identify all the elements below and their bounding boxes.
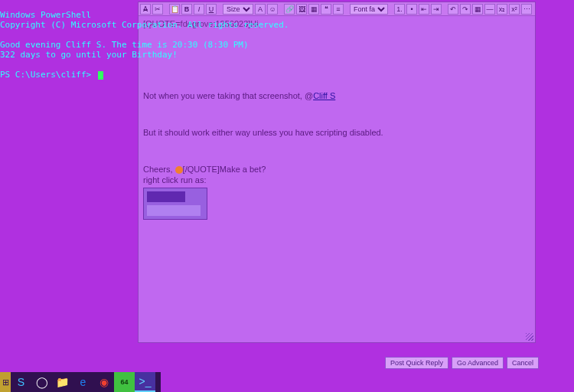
indent-button[interactable]: ⇥ [431, 4, 442, 15]
windows-taskbar: ⊞ S ◯ 📁 e ◉ 64 >_ [0, 372, 161, 392]
quote-tag-open: [QUOTE=fdegrove;1256023]Hi, [143, 19, 530, 28]
cut-button[interactable]: ✂ [152, 4, 163, 15]
editor-toolbar: A̶ ✂ 📋 B I U Size A ☺ 🔗 🖼 ▦ ❝ ≡ Font fa.… [139, 2, 535, 16]
editor-line: Cheers, [/QUOTE]Make a bet? [143, 165, 530, 174]
terminal-prompt[interactable]: PS C:\Users\cliff> [0, 70, 96, 80]
unordered-list-button[interactable]: • [406, 4, 417, 15]
quote-button[interactable]: ❝ [321, 4, 331, 15]
user-mention-link[interactable]: Cliff S [313, 91, 335, 100]
outdent-button[interactable]: ⇤ [419, 4, 429, 15]
underline-button[interactable]: U [206, 4, 217, 15]
resize-handle-icon[interactable] [526, 333, 533, 341]
ordered-list-button[interactable]: 1. [394, 4, 405, 15]
editor-line: right click run as: [143, 175, 530, 185]
cortana-icon[interactable]: ◯ [31, 372, 52, 392]
editor-textarea[interactable]: [QUOTE=fdegrove;1256023]Hi, Not when you… [139, 16, 535, 342]
more-button[interactable]: ⋯ [521, 4, 532, 15]
reply-actions: Post Quick Reply Go Advanced Cancel [138, 357, 539, 369]
smilies-button[interactable]: ☺ [267, 4, 278, 15]
file-explorer-icon[interactable]: 📁 [52, 372, 73, 392]
sup-button[interactable]: x² [509, 4, 520, 15]
size-select[interactable]: Size [223, 4, 253, 15]
link-button[interactable]: 🔗 [284, 4, 295, 15]
hr-button[interactable]: — [484, 4, 495, 15]
post-reply-button[interactable]: Post Quick Reply [385, 357, 448, 369]
sub-button[interactable]: x₂ [497, 4, 507, 15]
smile-icon [175, 166, 183, 174]
video-button[interactable]: ▦ [308, 4, 319, 15]
skype-icon[interactable]: S [11, 372, 31, 392]
italic-button[interactable]: I [194, 4, 204, 15]
bold-button[interactable]: B [181, 4, 192, 15]
attachment-thumbnail[interactable] [143, 188, 207, 220]
cancel-button[interactable]: Cancel [507, 357, 539, 369]
reply-editor: A̶ ✂ 📋 B I U Size A ☺ 🔗 🖼 ▦ ❝ ≡ Font fa.… [138, 2, 536, 343]
image-button[interactable]: 🖼 [296, 4, 307, 15]
go-advanced-button[interactable]: Go Advanced [452, 357, 504, 369]
textcolor-button[interactable]: A [255, 4, 266, 15]
terminal-line: Windows PowerShell [0, 10, 91, 20]
editor-line: Not when you were taking that screenshot… [143, 91, 530, 100]
paste-button[interactable]: 📋 [169, 4, 180, 15]
editor-line: But it should work either way unless you… [143, 128, 530, 137]
powershell-icon[interactable]: >_ [135, 372, 155, 392]
x64-icon[interactable]: 64 [114, 372, 135, 392]
code-button[interactable]: ≡ [333, 4, 344, 15]
redo-button[interactable]: ↷ [460, 4, 471, 15]
chrome-icon[interactable]: ◉ [93, 372, 114, 392]
cursor-icon [98, 71, 103, 80]
table-button[interactable]: ▦ [472, 4, 483, 15]
start-button[interactable]: ⊞ [0, 372, 11, 392]
strike-button[interactable]: A̶ [140, 4, 151, 15]
edge-icon[interactable]: e [73, 372, 93, 392]
undo-button[interactable]: ↶ [448, 4, 458, 15]
font-select[interactable]: Font fa... [350, 4, 388, 15]
